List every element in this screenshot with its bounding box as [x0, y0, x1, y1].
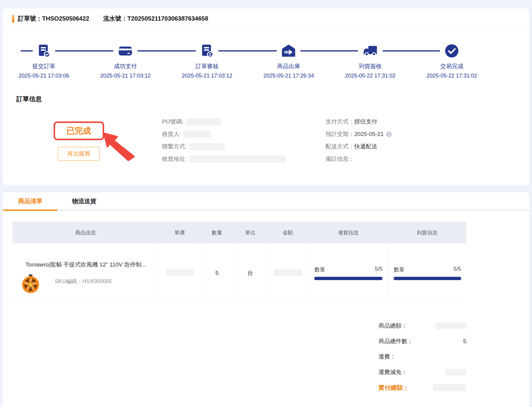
field-address: 收貨地址:: [162, 155, 309, 163]
redacted-value: [436, 323, 466, 329]
credit-card-icon: [113, 43, 137, 59]
field-value: 2025-05-21: [354, 131, 384, 137]
arrival-qty-label: 數量: [394, 266, 405, 273]
summary-value: 5: [463, 338, 466, 345]
col-header-unit-price: 單價: [159, 222, 200, 243]
order-status-column: 已完成 再次購買: [12, 118, 145, 167]
order-info-title: 訂單信息: [16, 95, 529, 103]
redacted-value: [186, 118, 222, 125]
col-header-ship-info: 發貨信息: [309, 222, 388, 243]
field-po-number: PO號碼:: [162, 118, 309, 126]
check-circle-icon: [440, 43, 464, 59]
product-cell: Tomawro|龍貓 手提式吹風機 12" 110V 急停制...: [12, 243, 159, 303]
tab-goods-list[interactable]: 商品清單: [3, 192, 58, 211]
timeline-step-submit: 提交訂單 2025-05-21 17:03:06: [3, 43, 85, 79]
summary-shipping-discount: 運費減免：: [378, 368, 466, 376]
product-sku: SKU編碼：HVX000005: [55, 278, 112, 285]
order-number-label: 訂單號：: [18, 15, 42, 22]
field-receiver: 收貨人:: [162, 130, 309, 138]
timeline-step-label: 交易完成: [440, 62, 463, 70]
summary-label: 商品總件數：: [378, 337, 413, 345]
timeline-step-label: 商品出庫: [277, 62, 300, 70]
arrival-info-cell: 數量 5/5: [388, 243, 467, 303]
info-icon[interactable]: !: [386, 131, 392, 137]
timeline-step-time: 2025-05-22 17:31:02: [427, 73, 477, 79]
unit-price-cell: [159, 243, 200, 303]
timeline-step-label: 提交訂單: [32, 62, 55, 70]
col-header-product: 商品信息: [12, 222, 159, 243]
ship-info-cell: 數量 5/5: [309, 243, 388, 303]
summary-total-items: 商品總件數： 5: [378, 337, 466, 345]
serial-number: 流水號：T20250521170306387634658: [103, 15, 208, 23]
annotation-arrow-icon: [103, 132, 136, 161]
redacted-value: [166, 269, 193, 276]
timeline-step-outbound: 商品出庫 2025-05-21 17:26:34: [248, 43, 330, 79]
field-label: 備註信息：: [325, 155, 354, 163]
unit-cell: 台: [234, 243, 267, 303]
field-value: 快遞配送: [354, 143, 377, 151]
redacted-value: [183, 131, 211, 138]
redacted-value: [189, 155, 286, 163]
summary-label: 運費：: [378, 353, 396, 361]
document-check-icon: [33, 43, 55, 59]
order-number-value: THSO250506422: [42, 15, 89, 22]
col-header-amount: 金額: [267, 222, 309, 243]
field-label: 預計交期：: [325, 130, 354, 138]
timeline-step-label: 訂單審核: [196, 62, 219, 70]
buy-again-button[interactable]: 再次購買: [58, 147, 100, 161]
status-highlight-box: 已完成: [54, 121, 104, 140]
timeline-step-complete: 交易完成 2025-05-22 17:31:02: [411, 43, 493, 79]
field-label: 聯繫方式:: [162, 143, 187, 151]
summary-label: 運費減免：: [378, 368, 407, 376]
field-label: 支付方式：: [325, 118, 354, 126]
warehouse-out-icon: [277, 43, 300, 59]
quantity-cell: 5: [200, 243, 234, 303]
field-label: PO號碼:: [162, 118, 183, 126]
col-header-unit: 單位: [234, 222, 267, 243]
field-expected-delivery: 預計交期： 2025-05-21 !: [325, 130, 520, 138]
order-number: 訂單號：THSO250506422: [18, 15, 89, 23]
status-badge: 已完成: [67, 126, 91, 135]
col-header-quantity: 數量: [200, 222, 234, 243]
summary-label: 實付總額：: [378, 384, 409, 392]
order-detail-card: 訂單號：THSO250506422 流水號：T20250521170306387…: [3, 8, 529, 185]
arrival-progress-bar: [394, 277, 461, 280]
goods-table-header-row: 商品信息 單價 數量 單位 金額 發貨信息 到貨信息: [12, 222, 467, 243]
timeline-step-time: 2025-05-21 17:03:06: [18, 73, 69, 79]
order-summary: 商品總額： 商品總件數： 5 運費： 運費減免： 實付總額：: [3, 322, 466, 399]
redacted-value: [445, 369, 466, 376]
product-name-link[interactable]: Tomawro|龍貓 手提式吹風機 12" 110V 急停制...: [17, 261, 154, 269]
accent-bar: [12, 15, 14, 23]
timeline-step-time: 2025-05-21 17:03:12: [182, 73, 232, 79]
timeline-step-time: 2025-05-21 17:03:12: [100, 73, 151, 79]
summary-actual-paid-total: 實付總額：: [378, 384, 466, 392]
timeline-step-review: 訂單審核 2025-05-21 17:03:12: [166, 43, 248, 79]
product-image: [21, 274, 40, 293]
field-label: 收貨人:: [162, 130, 181, 138]
timeline-step-time: 2025-05-22 17:31:02: [345, 73, 395, 79]
field-label: 收貨地址:: [162, 155, 187, 163]
field-label: 配送方式：: [325, 143, 354, 151]
serial-number-value: T20250521170306387634658: [127, 15, 208, 22]
payment-fields-column: 支付方式： 授信支付 預計交期： 2025-05-21 ! 配送方式： 快遞配送…: [309, 118, 520, 167]
ship-qty-label: 數量: [314, 266, 325, 273]
timeline-step-payment: 成功支付 2025-05-21 17:03:12: [85, 43, 167, 79]
ship-progress-bar: [314, 277, 382, 280]
field-remarks: 備註信息：: [325, 155, 520, 163]
tab-bar: 商品清單 物流送貨: [3, 192, 529, 211]
order-header: 訂單號：THSO250506422 流水號：T20250521170306387…: [3, 8, 529, 28]
summary-shipping-fee: 運費：: [378, 353, 466, 361]
field-delivery-method: 配送方式： 快遞配送: [325, 143, 520, 151]
field-payment-method: 支付方式： 授信支付: [325, 118, 520, 126]
timeline-step-time: 2025-05-21 17:26:34: [263, 73, 314, 79]
col-header-arrival-info: 到貨信息: [388, 222, 467, 243]
order-info-grid: 已完成 再次購買 PO號碼: 收貨人: 聯繫方式: 收貨地址:: [3, 103, 529, 167]
amount-cell: [267, 243, 309, 303]
field-contact: 聯繫方式:: [162, 143, 309, 151]
timeline-step-delivery: 到貨簽收 2025-05-22 17:31:02: [329, 43, 411, 79]
timeline-step-label: 到貨簽收: [359, 62, 382, 70]
goods-card: 商品清單 物流送貨 商品信息 單價 數量 單位 金額 發貨信息 到貨信息 Tom…: [3, 192, 529, 407]
redacted-value: [274, 269, 302, 276]
redacted-value: [433, 384, 466, 391]
tab-logistics[interactable]: 物流送貨: [58, 192, 111, 211]
